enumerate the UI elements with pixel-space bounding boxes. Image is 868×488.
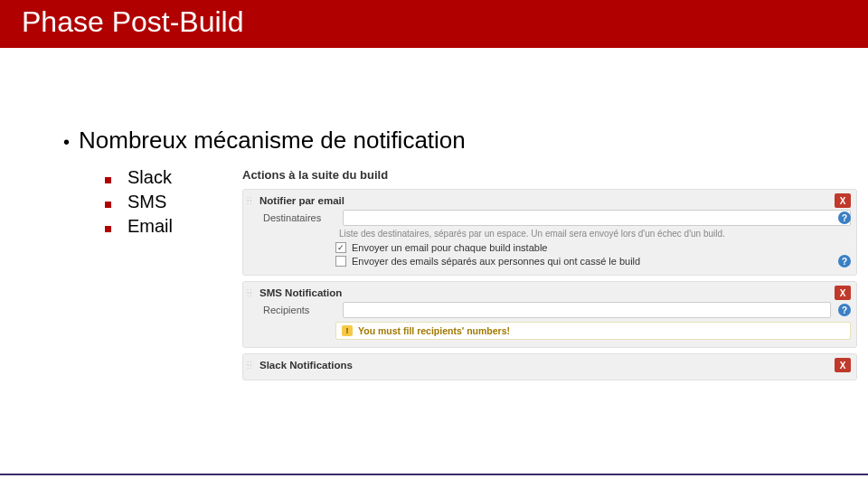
sms-recipients-input[interactable] [343,302,831,318]
unstable-build-label: Envoyer un email pour chaque build insta… [352,242,547,253]
square-bullet-icon [105,202,111,208]
checkbox-checked-icon[interactable] [335,242,346,253]
recipients-label: Destinataires [263,212,335,223]
drag-handle-icon[interactable]: :: :: [247,289,254,296]
sms-recipients-row: Recipients ? [259,302,851,318]
sms-notification-block: :: :: X SMS Notification Recipients ? ! … [242,281,857,348]
warning-icon: ! [342,325,353,336]
sms-recipients-label: Recipients [263,305,335,315]
sms-block-header: SMS Notification [259,287,851,298]
help-icon[interactable]: ? [838,304,851,316]
sms-warning: ! You must fill recipients' numbers! [335,322,851,340]
email-block-header: Notifier par email [259,195,851,206]
help-icon[interactable]: ? [838,211,851,224]
recipients-hint: Liste des destinataires, séparés par un … [259,229,851,239]
slack-notification-block: :: :: X Slack Notifications [242,353,857,380]
culprits-label: Envoyer des emails séparés aux personnes… [352,256,640,267]
recipients-input[interactable] [343,210,851,226]
footer-divider [0,474,868,475]
drag-handle-icon[interactable]: :: :: [247,361,254,369]
email-notification-block: :: :: X Notifier par email ? Destinatair… [242,189,857,276]
bullet-dot-icon: • [63,133,70,151]
sub-bullet-text: SMS [127,192,166,212]
delete-button[interactable]: X [835,358,851,372]
sub-bullet-text: Slack [127,167,172,188]
sms-warning-text: You must fill recipients' numbers! [358,325,510,336]
checkbox-icon[interactable] [335,256,346,267]
drag-handle-icon[interactable]: :: :: [247,197,254,204]
delete-button[interactable]: X [835,193,851,208]
title-bar: Phase Post-Build [0,0,868,48]
culprits-option: Envoyer des emails séparés aux personnes… [259,255,851,267]
slide-title: Phase Post-Build [22,5,846,39]
recipients-row: Destinataires [259,210,851,226]
main-bullet: • Nombreux mécanisme de notification [63,127,850,155]
post-build-section-title: Actions à la suite du build [242,168,857,182]
slack-block-header: Slack Notifications [259,360,851,371]
square-bullet-icon [105,177,111,183]
sub-bullet-text: Email [127,216,173,237]
unstable-build-option: Envoyer un email pour chaque build insta… [259,242,851,253]
main-bullet-text: Nombreux mécanisme de notification [79,127,466,155]
square-bullet-icon [105,226,111,232]
delete-button[interactable]: X [835,286,851,300]
help-icon[interactable]: ? [838,255,851,267]
jenkins-config-panel: Actions à la suite du build :: :: X Noti… [242,168,857,386]
